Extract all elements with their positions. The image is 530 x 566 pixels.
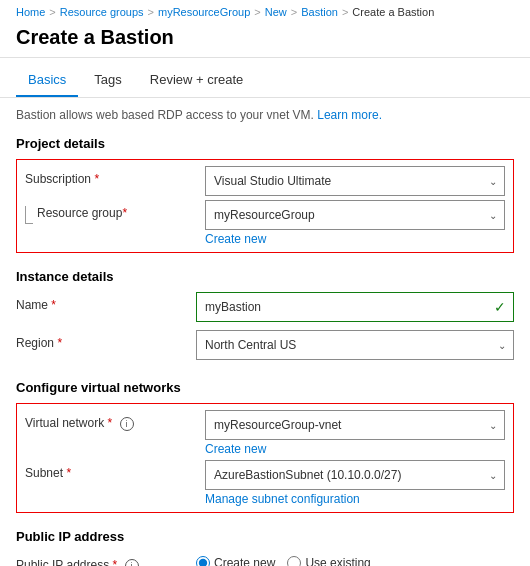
virtual-network-select-wrapper: myResourceGroup-vnet ⌄ <box>205 410 505 440</box>
name-input-col: ✓ <box>196 292 514 322</box>
public-ip-address-row: Public IP address * i Create new Use exi… <box>16 552 514 566</box>
public-ip-create-new-radio[interactable] <box>196 556 210 566</box>
region-row: Region * North Central US ⌄ <box>16 330 514 360</box>
project-details-group: Subscription * Visual Studio Ultimate ⌄ … <box>16 159 514 253</box>
subnet-select-wrapper: AzureBastionSubnet (10.10.0.0/27) ⌄ <box>205 460 505 490</box>
region-label: Region * <box>16 330 196 350</box>
breadcrumb-home[interactable]: Home <box>16 6 45 18</box>
virtual-networks-group: Virtual network * i myResourceGroup-vnet… <box>16 403 514 513</box>
subscription-select-wrapper: Visual Studio Ultimate ⌄ <box>205 166 505 196</box>
virtual-networks-section: Configure virtual networks Virtual netwo… <box>0 376 530 525</box>
public-ip-info-icon[interactable]: i <box>125 559 139 566</box>
virtual-network-label: Virtual network * i <box>25 410 205 431</box>
name-input[interactable] <box>196 292 514 322</box>
subnet-select[interactable]: AzureBastionSubnet (10.10.0.0/27) <box>205 460 505 490</box>
breadcrumb-current: Create a Bastion <box>352 6 434 18</box>
subnet-input-col: AzureBastionSubnet (10.10.0.0/27) ⌄ Mana… <box>205 460 505 506</box>
breadcrumb-resource-groups[interactable]: Resource groups <box>60 6 144 18</box>
resource-group-label-col: Resource group * <box>25 200 205 224</box>
resource-group-select[interactable]: myResourceGroup <box>205 200 505 230</box>
public-ip-section: Public IP address Public IP address * i … <box>0 525 530 566</box>
resource-group-select-wrapper: myResourceGroup ⌄ <box>205 200 505 230</box>
tab-tags[interactable]: Tags <box>82 66 133 97</box>
breadcrumb-my-resource-group[interactable]: myResourceGroup <box>158 6 250 18</box>
breadcrumb: Home > Resource groups > myResourceGroup… <box>0 0 530 22</box>
public-ip-use-existing-option[interactable]: Use existing <box>287 556 370 566</box>
subnet-row: Subnet * AzureBastionSubnet (10.10.0.0/2… <box>25 460 505 506</box>
page-title: Create a Bastion <box>0 22 530 57</box>
virtual-network-input-col: myResourceGroup-vnet ⌄ Create new <box>205 410 505 456</box>
name-row: Name * ✓ <box>16 292 514 322</box>
instance-details-section: Instance details Name * ✓ Region * North… <box>0 265 530 376</box>
tab-basics[interactable]: Basics <box>16 66 78 97</box>
subscription-select[interactable]: Visual Studio Ultimate <box>205 166 505 196</box>
description-text: Bastion allows web based RDP access to y… <box>0 108 530 132</box>
region-select[interactable]: North Central US <box>196 330 514 360</box>
public-ip-use-existing-radio[interactable] <box>287 556 301 566</box>
breadcrumb-bastion[interactable]: Bastion <box>301 6 338 18</box>
virtual-network-row: Virtual network * i myResourceGroup-vnet… <box>25 410 505 456</box>
subscription-row: Subscription * Visual Studio Ultimate ⌄ <box>25 166 505 196</box>
project-details-title: Project details <box>16 136 514 151</box>
region-select-wrapper: North Central US ⌄ <box>196 330 514 360</box>
virtual-network-info-icon[interactable]: i <box>120 417 134 431</box>
public-ip-address-label: Public IP address * i <box>16 552 196 566</box>
subscription-label: Subscription * <box>25 166 205 186</box>
name-valid-icon: ✓ <box>494 299 506 315</box>
resource-group-input-col: myResourceGroup ⌄ Create new <box>205 200 505 246</box>
public-ip-create-new-option[interactable]: Create new <box>196 556 275 566</box>
instance-details-title: Instance details <box>16 269 514 284</box>
public-ip-title: Public IP address <box>16 529 514 544</box>
breadcrumb-new[interactable]: New <box>265 6 287 18</box>
resource-group-row: Resource group * myResourceGroup ⌄ Creat… <box>25 200 505 246</box>
tab-review-create[interactable]: Review + create <box>138 66 256 97</box>
region-input-col: North Central US ⌄ <box>196 330 514 360</box>
tabs-container: Basics Tags Review + create <box>0 66 530 98</box>
subscription-input-col: Visual Studio Ultimate ⌄ <box>205 166 505 196</box>
resource-group-label: Resource group <box>37 206 122 220</box>
learn-more-link[interactable]: Learn more. <box>317 108 382 122</box>
name-label: Name * <box>16 292 196 312</box>
resource-group-create-new-link[interactable]: Create new <box>205 232 266 246</box>
project-details-section: Project details Subscription * Visual St… <box>0 132 530 265</box>
manage-subnet-link[interactable]: Manage subnet configuration <box>205 492 360 506</box>
virtual-networks-title: Configure virtual networks <box>16 380 514 395</box>
virtual-network-select[interactable]: myResourceGroup-vnet <box>205 410 505 440</box>
public-ip-address-input-col: Create new Use existing <box>196 552 514 566</box>
public-ip-radio-group: Create new Use existing <box>196 552 514 566</box>
virtual-network-create-new-link[interactable]: Create new <box>205 442 266 456</box>
name-input-wrapper: ✓ <box>196 292 514 322</box>
subnet-label: Subnet * <box>25 460 205 480</box>
